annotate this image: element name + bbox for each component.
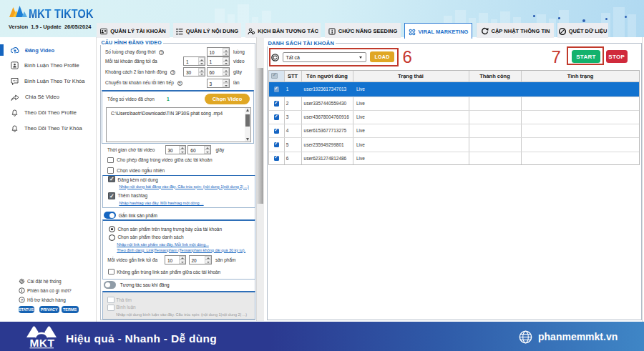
svg-text:?: ? <box>21 297 24 302</box>
svg-text:MKT: MKT <box>30 337 55 349</box>
